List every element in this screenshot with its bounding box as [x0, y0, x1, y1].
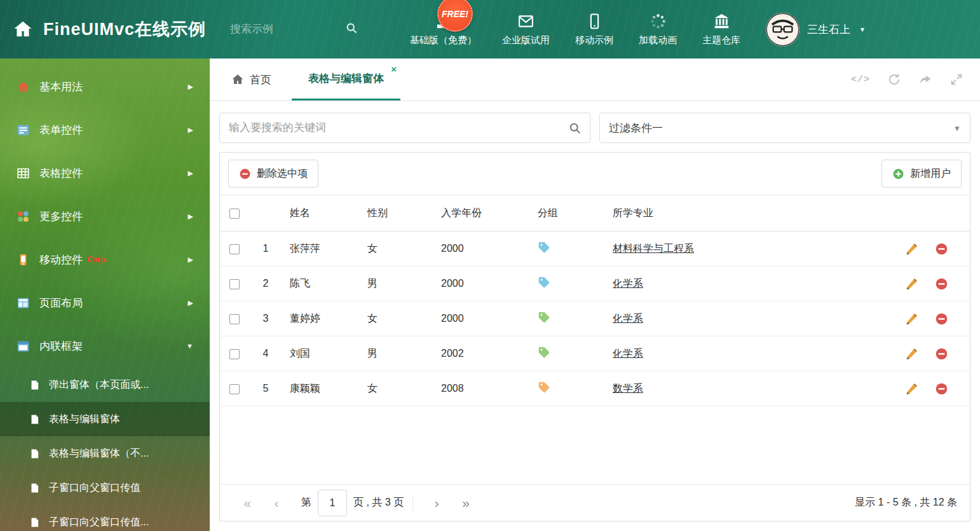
- add-user-button[interactable]: 新增用户: [881, 160, 962, 188]
- tab-home[interactable]: 首页: [221, 59, 282, 100]
- cell-name: 刘国: [282, 336, 360, 371]
- sidebar-item-iframe[interactable]: 内联框架 ▼: [0, 324, 210, 368]
- house-icon: [17, 80, 30, 93]
- chevron-right-icon: ▶: [188, 126, 193, 134]
- top-search[interactable]: [229, 19, 359, 39]
- sidebar-item-mobile-controls[interactable]: 移动控件 Corp. ▶: [0, 238, 210, 281]
- row-checkbox[interactable]: [229, 349, 240, 359]
- last-page-button[interactable]: »: [451, 496, 480, 509]
- major-link[interactable]: 化学系: [613, 313, 643, 324]
- cell-year: 2002: [433, 336, 530, 371]
- blocks-icon: [17, 210, 30, 223]
- sidebar-item-form-controls[interactable]: 表单控件 ▶: [0, 108, 210, 151]
- filter-dropdown[interactable]: 过滤条件一 ▼: [599, 113, 970, 143]
- row-number: 4: [249, 336, 282, 371]
- edit-icon[interactable]: [905, 347, 918, 361]
- tag-icon: [538, 276, 550, 289]
- chevron-right-icon: ▶: [188, 212, 193, 221]
- brand-title: FineUIMvc在线示例: [43, 18, 206, 41]
- cell-name: 张萍萍: [282, 231, 360, 266]
- tab-grid-edit-window[interactable]: 表格与编辑窗体 ×: [292, 59, 400, 100]
- mobile-icon: [586, 13, 603, 30]
- nav-enterprise-trial[interactable]: 企业版试用: [502, 13, 550, 46]
- file-icon: [29, 483, 40, 493]
- page-label-suffix: 页 , 共 3 页: [353, 496, 404, 509]
- delete-icon[interactable]: [935, 242, 948, 256]
- keyword-search-input[interactable]: [229, 121, 562, 134]
- table-row: 4 刘国 男 2002 化学系: [220, 336, 970, 371]
- top-search-input[interactable]: [229, 19, 359, 39]
- cell-name: 董婷婷: [282, 301, 360, 336]
- col-year: 入学年份: [433, 195, 530, 231]
- sidebar: 基本用法 ▶ 表单控件 ▶ 表格控件 ▶ 更多控件 ▶ 移动控件 Corp. ▶…: [0, 59, 210, 531]
- nav-theme-repo[interactable]: 主题仓库: [702, 13, 740, 46]
- row-checkbox[interactable]: [229, 384, 240, 394]
- sidebar-subitem-grid-edit-window[interactable]: 表格与编辑窗体: [0, 402, 210, 436]
- spinner-icon: [650, 13, 667, 30]
- row-checkbox[interactable]: [229, 314, 240, 324]
- sidebar-item-page-layout[interactable]: 页面布局 ▶: [0, 281, 210, 324]
- delete-icon[interactable]: [935, 347, 948, 361]
- view-source-icon[interactable]: </>: [851, 74, 870, 85]
- edit-icon[interactable]: [905, 242, 918, 256]
- share-icon[interactable]: [918, 72, 932, 86]
- frame-icon: [17, 340, 30, 353]
- refresh-icon[interactable]: [887, 72, 901, 86]
- cell-year: 2000: [433, 231, 530, 266]
- col-group: 分组: [530, 195, 605, 231]
- col-name: 姓名: [282, 195, 360, 231]
- cell-gender: 女: [360, 371, 433, 406]
- sidebar-subitem-child-to-parent[interactable]: 子窗口向父窗口传值: [0, 471, 210, 505]
- pagination: « ‹ 第 页 , 共 3 页 › » 显示 1 - 5 条 , 共 12 条: [220, 484, 970, 521]
- sidebar-subitem-popup-window[interactable]: 弹出窗体（本页面或...: [0, 368, 210, 402]
- cell-year: 2008: [433, 371, 530, 406]
- expand-icon[interactable]: [949, 72, 963, 86]
- sidebar-item-grid-controls[interactable]: 表格控件 ▶: [0, 151, 210, 195]
- chevron-down-icon: ▼: [859, 26, 866, 33]
- record-summary: 显示 1 - 5 条 , 共 12 条: [855, 496, 957, 509]
- prev-page-button[interactable]: ‹: [262, 496, 291, 509]
- file-icon: [29, 380, 40, 390]
- sidebar-item-more-controls[interactable]: 更多控件 ▶: [0, 195, 210, 238]
- edit-icon[interactable]: [905, 312, 918, 326]
- minus-circle-icon: [239, 168, 251, 180]
- major-link[interactable]: 材料科学与工程系: [613, 243, 694, 254]
- delete-icon[interactable]: [935, 312, 948, 326]
- sidebar-subitem-grid-edit-window-2[interactable]: 表格与编辑窗体（不...: [0, 436, 210, 471]
- user-menu[interactable]: 三生石上 ▼: [766, 13, 866, 46]
- row-number: 2: [249, 266, 282, 301]
- plus-circle-icon: [892, 168, 904, 180]
- file-icon: [29, 414, 40, 425]
- next-page-button[interactable]: ›: [422, 496, 451, 509]
- bank-icon: [713, 13, 730, 30]
- select-all-checkbox[interactable]: [229, 209, 240, 219]
- first-page-button[interactable]: «: [233, 496, 262, 509]
- major-link[interactable]: 数学系: [613, 383, 643, 394]
- close-icon[interactable]: ×: [391, 64, 397, 74]
- delete-icon[interactable]: [935, 382, 948, 396]
- house-icon: [231, 73, 244, 86]
- sidebar-subitem-child-to-parent-2[interactable]: 子窗口向父窗口传值...: [0, 505, 210, 531]
- page-number-input[interactable]: [318, 490, 347, 516]
- brand[interactable]: FineUIMvc在线示例: [13, 18, 206, 41]
- major-link[interactable]: 化学系: [613, 278, 643, 289]
- table-row: 5 康颖颖 女 2008 数学系: [220, 371, 970, 406]
- delete-selected-button[interactable]: 删除选中项: [228, 160, 318, 188]
- row-number: 1: [249, 231, 282, 266]
- edit-icon[interactable]: [905, 277, 918, 291]
- row-checkbox[interactable]: [229, 244, 240, 254]
- search-icon[interactable]: [568, 121, 582, 135]
- filter-row: 过滤条件一 ▼: [219, 113, 970, 143]
- edit-icon[interactable]: [905, 382, 918, 396]
- row-checkbox[interactable]: [229, 279, 240, 289]
- cell-gender: 男: [360, 336, 433, 371]
- row-number: 3: [249, 301, 282, 336]
- form-icon: [17, 123, 30, 137]
- nav-mobile-demo[interactable]: 移动示例: [575, 13, 613, 46]
- major-link[interactable]: 化学系: [613, 348, 643, 359]
- envelope-icon: [517, 13, 534, 30]
- nav-loading-animation[interactable]: 加载动画: [639, 13, 677, 46]
- user-name: 三生石上: [807, 22, 850, 37]
- delete-icon[interactable]: [935, 277, 948, 291]
- sidebar-item-basic-usage[interactable]: 基本用法 ▶: [0, 65, 210, 108]
